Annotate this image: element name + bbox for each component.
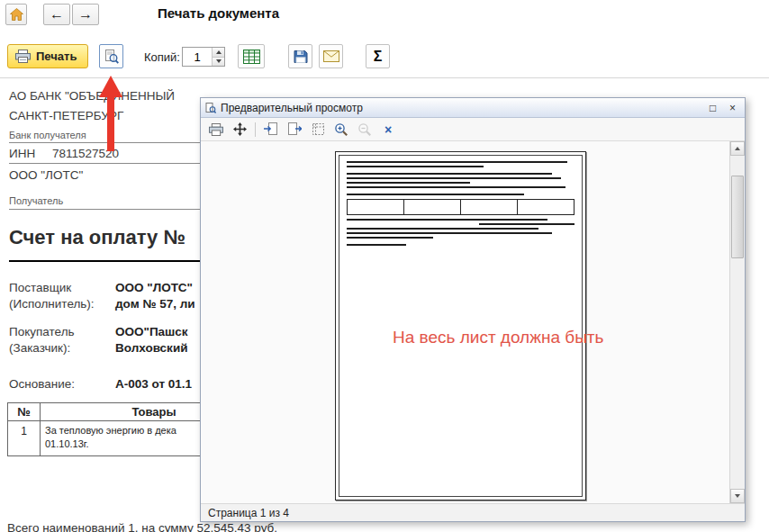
scroll-up-button[interactable] [730, 141, 745, 156]
annotation-arrow-head [99, 76, 122, 97]
text-line [347, 237, 433, 239]
bank-caption: Банк получателя [9, 130, 86, 140]
text-line [347, 173, 552, 175]
supplier-value: ООО "ЛОТС" [115, 281, 193, 294]
pan-button[interactable] [230, 121, 249, 139]
preview-page [335, 151, 586, 500]
buyer-value-2: Волховский [115, 341, 187, 355]
text-line [347, 244, 406, 246]
preview-dialog-title: Предварительный просмотр [221, 102, 701, 114]
buyer-value: ООО"Пашск [115, 325, 188, 338]
preview-toolbar: × [201, 118, 745, 141]
triangle-up-icon [735, 147, 740, 150]
margins-grid-icon [312, 122, 325, 136]
zoom-out-button[interactable] [355, 121, 375, 139]
printer-icon [209, 123, 223, 136]
page-margins-button[interactable] [308, 121, 328, 139]
text-line [347, 177, 561, 179]
preview-scrollbar[interactable] [729, 141, 745, 503]
previous-page-button[interactable] [261, 121, 281, 139]
preview-page-content [339, 155, 583, 497]
buyer-label: Покупатель [9, 325, 75, 338]
preview-area: На весь лист должна быть [201, 141, 745, 503]
buyer-label-2: (Заказчик): [9, 341, 70, 355]
preview-print-button[interactable] [206, 121, 226, 139]
text-line [347, 182, 470, 184]
supplier-label: Поставщик [9, 281, 71, 294]
text-line [347, 232, 552, 234]
pan-arrows-icon [233, 122, 247, 136]
page-counter: Страница 1 из 4 [208, 507, 289, 519]
text-line [479, 223, 574, 225]
page-next-icon [287, 122, 302, 136]
annotation-arrow-stem [107, 95, 114, 151]
triangle-down-icon [735, 494, 740, 498]
annotation-text: На весь лист должна быть [393, 328, 603, 347]
preview-dialog: Предварительный просмотр □ × [200, 97, 746, 522]
preview-dialog-titlebar[interactable]: Предварительный просмотр □ × [201, 98, 745, 118]
preview-mini-table [347, 199, 574, 215]
num-column-header: № [8, 403, 41, 420]
zoom-in-button[interactable] [331, 121, 351, 139]
bank-name: АО БАНК "ОБЪЕДИНЕННЫЙ [9, 89, 175, 103]
preview-statusbar: Страница 1 из 4 [201, 503, 745, 521]
invoice-total-line: Всего наименований 1, на сумму 52,545.43… [7, 521, 277, 532]
invoice-title: Счет на оплату № [9, 226, 185, 249]
scrollbar-thumb[interactable] [731, 176, 744, 258]
inn-label: ИНН [9, 147, 35, 160]
maximize-button[interactable]: □ [705, 101, 720, 115]
zoom-in-icon [334, 122, 348, 137]
toolbar-divider [255, 122, 256, 137]
row-number: 1 [8, 421, 41, 455]
text-line [347, 194, 524, 195]
text-line [347, 186, 565, 188]
preview-window-icon [205, 103, 216, 113]
basis-label: Основание: [9, 377, 75, 391]
text-line [347, 161, 567, 163]
recipient-name: ООО "ЛОТС" [9, 168, 83, 182]
close-preview-button[interactable]: × [378, 121, 398, 139]
text-line [347, 228, 538, 230]
supplier-label-2: (Исполнитель): [9, 297, 95, 311]
page-previous-icon [264, 122, 278, 136]
scroll-down-button[interactable] [730, 489, 745, 503]
basis-value: А-003 от 01.1 [115, 377, 192, 391]
text-line [347, 166, 484, 167]
next-page-button[interactable] [285, 121, 304, 139]
supplier-value-2: дом № 57, ли [115, 297, 195, 311]
zoom-out-icon [357, 122, 372, 137]
text-line [347, 219, 547, 221]
close-button[interactable]: × [725, 101, 740, 115]
app-window: ← → Печать документа Печать Копий: [0, 0, 769, 532]
recipient-caption: Получатель [9, 195, 63, 206]
